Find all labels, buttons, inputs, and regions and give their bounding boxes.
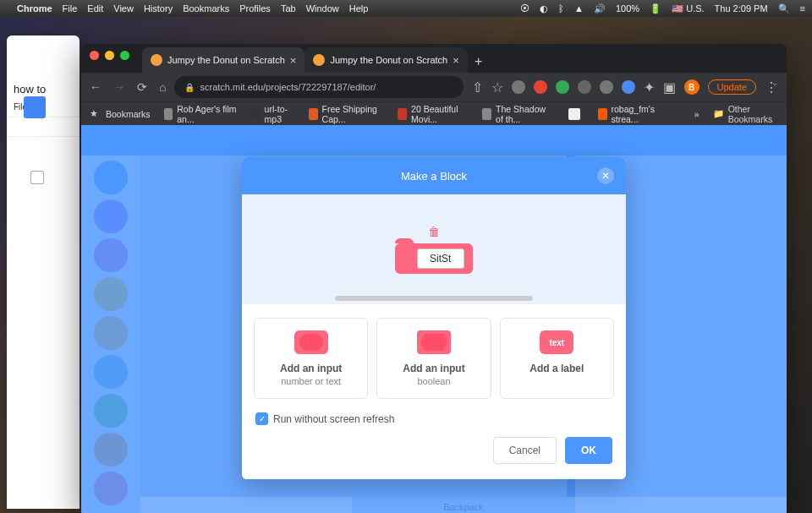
bookmark-item[interactable]: The Shadow of th... (482, 104, 554, 124)
url-input[interactable]: 🔒 scratch.mit.edu/projects/722297187/edi… (174, 76, 463, 98)
wifi-icon[interactable]: ▲ (574, 3, 584, 14)
dialog-layer: Make a Block ✕ 🗑 (81, 125, 787, 513)
bookmark-item[interactable]: Rob Ager's film an... (164, 104, 238, 124)
menu-tab[interactable]: Tab (281, 3, 296, 14)
lock-icon: 🔒 (184, 83, 195, 92)
bookmarks-bar: ★Bookmarks Rob Ager's film an... url-to-… (81, 101, 787, 125)
site-icon (251, 108, 261, 120)
site-icon (398, 108, 407, 120)
battery-icon[interactable]: 🔋 (650, 3, 661, 14)
home-button[interactable]: ⌂ (159, 80, 166, 94)
input-source[interactable]: 🇺🇸 U.S. (672, 3, 704, 14)
block-preview: 🗑 (242, 194, 626, 304)
bookmark-item[interactable]: Free Shipping Cap... (309, 104, 385, 124)
back-button[interactable]: ← (90, 80, 102, 94)
tab-close-icon[interactable]: × (290, 54, 297, 67)
docs-outline-icon[interactable] (30, 171, 44, 184)
star-icon: ★ (90, 108, 102, 120)
add-input-number-text[interactable]: Add an input number or text (254, 318, 368, 399)
bookmark-item[interactable]: url-to-mp3 (251, 104, 295, 124)
cancel-button[interactable]: Cancel (493, 437, 557, 464)
screen-record-icon[interactable]: ⦿ (520, 3, 529, 14)
menu-bookmarks[interactable]: Bookmarks (183, 3, 229, 14)
favicon-icon (313, 54, 325, 66)
window-controls (90, 51, 129, 60)
minimize-window-button[interactable] (105, 51, 114, 60)
bookmark-item[interactable] (568, 108, 584, 120)
clock[interactable]: Thu 2:09 PM (715, 3, 768, 14)
folder-icon: 📁 (713, 108, 724, 119)
option-subtitle: number or text (261, 376, 360, 386)
tab-close-icon[interactable]: × (453, 54, 459, 67)
checkbox-checked-icon[interactable]: ✓ (255, 412, 268, 425)
spotlight-icon[interactable]: 🔍 (778, 3, 790, 14)
maximize-window-button[interactable] (120, 51, 129, 60)
bookmark-item[interactable]: ★Bookmarks (90, 108, 151, 120)
block-name-input[interactable] (417, 248, 464, 269)
notification-center-icon[interactable]: ≡ (800, 3, 805, 14)
browser-tab-1[interactable]: Jumpy the Donut on Scratch × (142, 47, 304, 73)
add-label[interactable]: Add a label (500, 318, 614, 399)
close-window-button[interactable] (90, 51, 99, 60)
app-menu[interactable]: Chrome (17, 3, 52, 14)
browser-tab-2[interactable]: Jumpy the Donut on Scratch × (304, 47, 467, 73)
site-icon (309, 108, 318, 120)
url-text: scratch.mit.edu/projects/722297187/edito… (200, 82, 376, 92)
menu-edit[interactable]: Edit (87, 3, 103, 14)
add-input-boolean[interactable]: Add an input boolean (376, 318, 491, 399)
tab-strip: Jumpy the Donut on Scratch × Jumpy the D… (81, 44, 787, 73)
option-subtitle: boolean (384, 376, 483, 386)
block-hat-icon (395, 243, 414, 274)
bookmark-overflow[interactable]: » (694, 109, 700, 119)
cast-icon[interactable]: ▣ (663, 79, 676, 96)
chrome-window: Jumpy the Donut on Scratch × Jumpy the D… (81, 44, 787, 513)
checkbox-row[interactable]: ✓ Run without screen refresh (255, 412, 612, 425)
option-row: Add an input number or text Add an input… (242, 304, 626, 404)
tab-title: Jumpy the Donut on Scratch (330, 55, 447, 65)
dialog-title: Make a Block (401, 170, 467, 183)
favicon-icon (151, 54, 162, 66)
menu-view[interactable]: View (113, 3, 134, 14)
reload-button[interactable]: ⟳ (137, 80, 147, 94)
menu-profiles[interactable]: Profiles (239, 3, 271, 14)
menu-file[interactable]: File (63, 3, 78, 14)
dialog-close-button[interactable]: ✕ (597, 167, 614, 184)
option-title: Add an input (384, 363, 483, 374)
profile-avatar[interactable]: B (684, 79, 700, 95)
bluetooth-icon[interactable]: ᛒ (558, 3, 564, 14)
extension-icon[interactable] (622, 80, 635, 94)
extension-icon[interactable] (534, 80, 547, 94)
dialog-header: Make a Block ✕ (242, 157, 626, 194)
bookmark-item[interactable]: The Shadow of th...robag_fm's strea... (598, 104, 667, 124)
extension-icon[interactable] (578, 80, 591, 94)
menu-window[interactable]: Window (306, 3, 339, 14)
custom-block (395, 243, 473, 274)
extension-icon[interactable] (556, 80, 569, 94)
update-button[interactable]: Update (708, 79, 756, 95)
tab-overflow-icon[interactable]: ⌄ (771, 78, 778, 87)
delete-icon[interactable]: 🗑 (428, 225, 440, 238)
make-a-block-dialog: Make a Block ✕ 🗑 (242, 157, 626, 479)
forward-button[interactable]: → (113, 80, 125, 94)
desktop: how to File Ed Jumpy the Donut on Scratc… (0, 17, 812, 513)
label-icon (540, 330, 573, 354)
extension-icon[interactable] (512, 80, 525, 94)
site-icon (164, 108, 173, 120)
do-not-disturb-icon[interactable]: ◐ (540, 3, 548, 14)
menu-help[interactable]: Help (349, 3, 369, 14)
menu-history[interactable]: History (144, 3, 173, 14)
bookmark-item[interactable]: 20 Beautiful Movi... (398, 104, 469, 124)
share-icon[interactable]: ⇧ (472, 79, 483, 96)
extensions-puzzle-icon[interactable]: ✦ (644, 79, 655, 96)
option-title: Add a label (508, 363, 606, 374)
other-bookmarks-folder[interactable]: 📁Other Bookmarks (713, 104, 778, 124)
preview-scrollbar[interactable] (335, 296, 533, 301)
extension-icon[interactable] (600, 80, 613, 94)
tab-title: Jumpy the Donut on Scratch (167, 55, 285, 65)
bookmark-star-icon[interactable]: ☆ (491, 79, 503, 96)
volume-icon[interactable]: 🔊 (594, 3, 606, 14)
new-tab-button[interactable]: + (468, 51, 490, 73)
ok-button[interactable]: OK (565, 437, 612, 464)
option-title: Add an input (261, 363, 360, 374)
google-docs-window[interactable]: how to File Ed (7, 35, 80, 509)
